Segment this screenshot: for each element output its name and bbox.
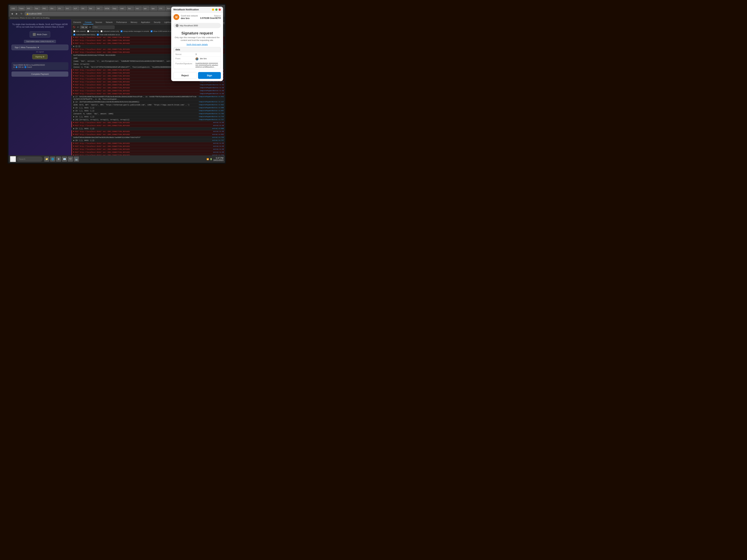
- devtools-tab-elements[interactable]: Elements: [72, 21, 83, 24]
- taskbar-icon-1[interactable]: 📁: [44, 157, 49, 162]
- tab-chr[interactable]: Chr: [57, 6, 64, 11]
- tab-ims[interactable]: IMS: [26, 6, 33, 11]
- console-source[interactable]: CompletePaymentButton.ts:48: [200, 87, 224, 88]
- tab-270[interactable]: 270: [158, 6, 165, 11]
- console-source[interactable]: CompletePaymentButton.ts:48: [200, 84, 224, 85]
- error-icon: ●: [73, 51, 74, 53]
- eye-icon[interactable]: 👁: [88, 26, 92, 29]
- devtools-tab-network[interactable]: Network: [104, 21, 114, 24]
- devtools-tab-performance[interactable]: Performance: [114, 21, 129, 24]
- taskbar-search-input[interactable]: [17, 157, 43, 162]
- dapp-complete-button[interactable]: Complete Payment: [11, 72, 68, 77]
- mm-verify-link[interactable]: Verify third-party details: [171, 43, 223, 47]
- devtools-tab-memory[interactable]: Memory: [129, 21, 139, 24]
- console-source[interactable]: CompletePaymentButton.ts:606: [199, 107, 224, 108]
- error-icon: ●: [73, 134, 74, 135]
- console-source[interactable]: extra1.ts:48: [213, 122, 224, 123]
- tab-bac[interactable]: bac: [127, 6, 134, 11]
- console-text: ▶ {5: {…}, 8431: {…}}: [73, 116, 198, 118]
- mm-close-button[interactable]: [218, 8, 221, 11]
- tab-frc[interactable]: FRC: [41, 6, 49, 11]
- taskbar-systray: 📶 🔋 5:47 PM 10/21/2023: [207, 157, 224, 161]
- console-source[interactable]: CompletePaymentButton.ts:127: [199, 101, 224, 103]
- console-text: POST http://localhost:8545/ net::ERR_CON…: [75, 122, 212, 124]
- tab-gcla[interactable]: G/Cla: [103, 6, 111, 11]
- console-text: POST http://localhost:8545/ net::ERR_CON…: [75, 87, 198, 89]
- dapp-wallet-value[interactable]: Total Wallet Value: 1058178 $USD ▼: [24, 40, 56, 43]
- console-source[interactable]: CompletePaymentButton.ts:652: [199, 104, 224, 106]
- mm-minimize-button[interactable]: [212, 8, 214, 11]
- console-source[interactable]: extra1.ts:652: [212, 134, 224, 135]
- chain-icon: [33, 33, 36, 36]
- cors-errors-checkbox[interactable]: [151, 30, 153, 32]
- tab-alp[interactable]: ALP: [72, 6, 80, 11]
- tab-onl[interactable]: Onl: [80, 6, 87, 11]
- console-source[interactable]: CompletePaymentButton.ts:48: [200, 81, 224, 83]
- group-similar-checkbox[interactable]: [121, 30, 123, 32]
- mm-sign-button[interactable]: Sign: [198, 72, 221, 79]
- devtools-tab-console[interactable]: Console: [83, 21, 94, 24]
- console-source[interactable]: CompletePaymentButton.ts:784: [199, 113, 224, 114]
- devtools-tab-application[interactable]: Application: [139, 21, 152, 24]
- devtools-tab-sources[interactable]: Sources: [93, 21, 104, 24]
- option-treat-code[interactable]: Treat code evaluation as us: [97, 34, 120, 35]
- devtools-tab-security[interactable]: Security: [152, 21, 162, 24]
- console-source[interactable]: extra1.ts:48: [213, 145, 224, 147]
- console-source[interactable]: extra1.ts:48: [213, 151, 224, 153]
- mm-reject-button[interactable]: Reject: [174, 72, 197, 79]
- tab-gary[interactable]: Gary: [111, 6, 119, 11]
- tab-trans[interactable]: Trans: [18, 6, 25, 11]
- taskbar-icon-4[interactable]: 📧: [62, 157, 67, 162]
- tab-meti[interactable]: meti: [119, 6, 126, 11]
- tab-ope[interactable]: ope: [142, 6, 150, 11]
- tab-trac[interactable]: Trac: [33, 6, 41, 11]
- filter-icon[interactable]: ⊘: [76, 26, 79, 29]
- option-autocomplete[interactable]: Autocomplete from history: [73, 34, 96, 35]
- console-source[interactable]: extra1.ts:48: [213, 142, 224, 144]
- console-source[interactable]: CompletePaymentButton.ts:724: [199, 116, 224, 117]
- mm-maximize-button[interactable]: [215, 8, 217, 11]
- treat-code-checkbox[interactable]: [97, 34, 99, 35]
- start-button[interactable]: ⊞: [10, 156, 16, 162]
- selected-context-checkbox[interactable]: [101, 30, 102, 32]
- taskbar-icon-3[interactable]: ⚙: [56, 157, 61, 162]
- option-hide-network[interactable]: Hide network: [73, 30, 86, 32]
- console-source[interactable]: extra1.ts:724: [212, 136, 224, 138]
- back-button[interactable]: ◀: [10, 12, 14, 16]
- refresh-button[interactable]: ↻: [20, 12, 23, 16]
- option-group-similar[interactable]: Group similar messages in console: [121, 30, 149, 32]
- console-source[interactable]: CompletePaymentButton.ts:48: [200, 93, 224, 95]
- console-filter-input[interactable]: [92, 26, 114, 29]
- clear-console-icon[interactable]: 🚫: [73, 26, 76, 29]
- autocomplete-checkbox[interactable]: [73, 34, 75, 35]
- console-row: ▶ {5: {…}, 8431: {…}} extra1.ts:606: [72, 127, 225, 130]
- tab-nos[interactable]: nos: [134, 6, 142, 11]
- hide-network-checkbox[interactable]: [73, 30, 75, 32]
- console-source[interactable]: CompletePaymentButton.ts:667: [199, 110, 224, 111]
- console-source[interactable]: CompletePaymentButton.ts:48: [200, 90, 224, 91]
- console-source[interactable]: CompletePaymentButton.ts:727: [199, 119, 224, 121]
- log-level-select[interactable]: top: [80, 26, 88, 29]
- taskbar-icon-2[interactable]: 🌐: [50, 157, 55, 162]
- tab-use[interactable]: USE: [10, 6, 18, 11]
- dapp-sign-button[interactable]: Sign 1 Meta Transaction ▼: [11, 45, 68, 50]
- console-source[interactable]: extra1.ts:48: [213, 125, 224, 126]
- preserve-log-checkbox[interactable]: [87, 30, 89, 32]
- tab-sho[interactable]: Sho: [49, 6, 56, 11]
- mm-data-section: data Nonce: 3 From: dev bro FunctionSign…: [174, 47, 221, 69]
- console-source[interactable]: CompletePaymentButton.ts:652: [199, 96, 224, 98]
- option-selected-context[interactable]: Selected context only: [101, 30, 119, 32]
- forward-button[interactable]: ▶: [15, 12, 19, 16]
- console-source[interactable]: extra1.ts:48: [213, 148, 224, 150]
- console-text: POST http://localhost:8545/ net::ERR_CON…: [75, 131, 212, 133]
- console-source[interactable]: extra1.ts:727: [212, 139, 224, 141]
- console-source[interactable]: extra1.ts:48: [213, 131, 224, 132]
- taskbar-icon-5[interactable]: 🛡: [68, 157, 73, 162]
- tab-set[interactable]: Set: [96, 6, 103, 11]
- tab-spe[interactable]: Spe: [150, 6, 157, 11]
- taskbar-icon-6[interactable]: 💻: [74, 157, 79, 162]
- console-source[interactable]: extra1.ts:606: [212, 128, 224, 129]
- tab-dai[interactable]: DAI: [65, 6, 72, 11]
- option-preserve-log[interactable]: Preserve log: [87, 30, 99, 32]
- tab-bas[interactable]: bas: [88, 6, 95, 11]
